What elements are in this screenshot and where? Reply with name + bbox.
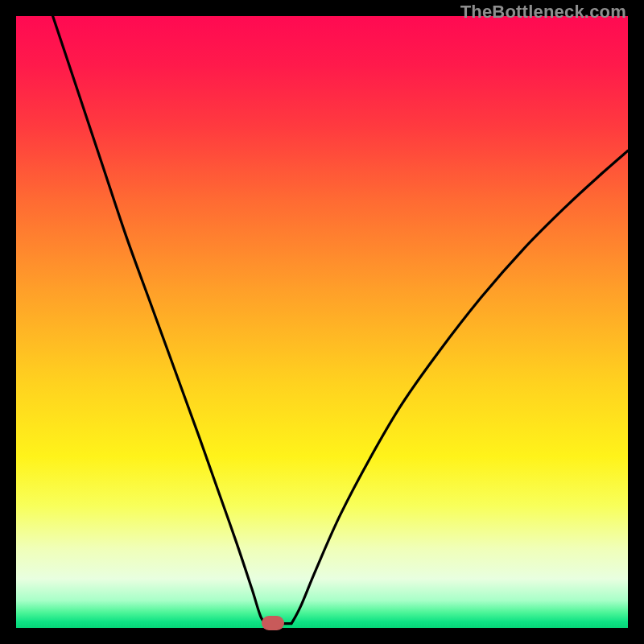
optimum-marker [262, 616, 284, 630]
gradient-background [16, 16, 628, 628]
chart-svg [16, 16, 628, 628]
plot-area [16, 16, 628, 628]
chart-frame: TheBottleneck.com [0, 0, 644, 644]
watermark-text: TheBottleneck.com [460, 2, 626, 23]
